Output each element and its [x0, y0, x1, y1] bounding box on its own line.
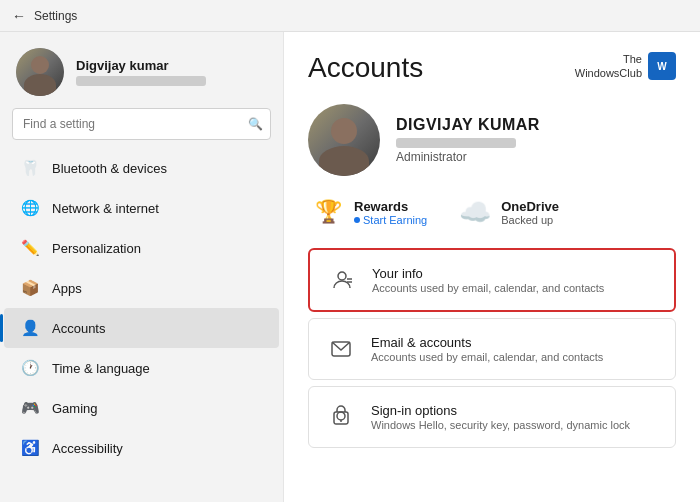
network-icon: 🌐	[20, 198, 40, 218]
your-info-text: Your info Accounts used by email, calend…	[372, 266, 604, 294]
profile-name: Digvijay kumar	[76, 58, 206, 73]
onedrive-name: OneDrive	[501, 199, 559, 214]
search-icon: 🔍	[248, 117, 263, 131]
svg-point-2	[338, 272, 346, 280]
twc-logo-icon: W	[648, 52, 676, 80]
onedrive-status: Backed up	[501, 214, 559, 226]
sidebar-item-accessibility[interactable]: ♿ Accessibility	[4, 428, 279, 468]
service-item-onedrive[interactable]: ☁️ OneDrive Backed up	[459, 196, 559, 228]
your-info-desc: Accounts used by email, calendar, and co…	[372, 282, 604, 294]
settings-item-email-accounts[interactable]: Email & accounts Accounts used by email,…	[308, 318, 676, 380]
accessibility-icon: ♿	[20, 438, 40, 458]
user-role: Administrator	[396, 150, 540, 164]
sidebar-item-label: Apps	[52, 281, 82, 296]
sidebar-item-label: Time & language	[52, 361, 150, 376]
onedrive-icon: ☁️	[459, 196, 491, 228]
user-avatar-large	[308, 104, 380, 176]
window-title: Settings	[34, 9, 77, 23]
email-accounts-desc: Accounts used by email, calendar, and co…	[371, 351, 603, 363]
sign-in-icon	[325, 401, 357, 433]
badge-line1: The	[623, 53, 642, 65]
rewards-icon: 🏆	[312, 196, 344, 228]
svg-point-6	[337, 412, 345, 420]
back-button[interactable]: ←	[12, 8, 26, 24]
gaming-icon: 🎮	[20, 398, 40, 418]
svg-rect-7	[334, 412, 348, 424]
sidebar-item-label: Accessibility	[52, 441, 123, 456]
rewards-status-dot	[354, 217, 360, 223]
sidebar-item-accounts[interactable]: 👤 Accounts	[4, 308, 279, 348]
sign-in-title: Sign-in options	[371, 403, 630, 418]
your-info-title: Your info	[372, 266, 604, 281]
sidebar-item-apps[interactable]: 📦 Apps	[4, 268, 279, 308]
rewards-status: Start Earning	[354, 214, 427, 226]
content-area: Accounts The WindowsClub W DIGVIJAY KUMA…	[284, 32, 700, 502]
accounts-icon: 👤	[20, 318, 40, 338]
sidebar-item-personalization[interactable]: ✏️ Personalization	[4, 228, 279, 268]
personalization-icon: ✏️	[20, 238, 40, 258]
your-info-icon	[326, 264, 358, 296]
services-row: 🏆 Rewards Start Earning ☁️ OneDrive Back…	[308, 196, 676, 228]
sidebar-profile[interactable]: Digvijay kumar	[0, 32, 283, 108]
sidebar: Digvijay kumar 🔍 🦷 Bluetooth & devices 🌐…	[0, 32, 284, 502]
sidebar-item-label: Gaming	[52, 401, 98, 416]
page-title: Accounts	[308, 52, 423, 84]
svg-text:W: W	[657, 61, 667, 72]
onedrive-info: OneDrive Backed up	[501, 199, 559, 226]
sidebar-item-label: Personalization	[52, 241, 141, 256]
sidebar-item-bluetooth[interactable]: 🦷 Bluetooth & devices	[4, 148, 279, 188]
service-item-rewards[interactable]: 🏆 Rewards Start Earning	[312, 196, 427, 228]
user-profile-section: DIGVIJAY KUMAR Administrator	[308, 104, 676, 176]
thewindowsclub-badge: The WindowsClub W	[575, 52, 676, 81]
title-bar: ← Settings	[0, 0, 700, 32]
profile-email-bar	[76, 76, 206, 86]
search-container: 🔍	[12, 108, 271, 140]
apps-icon: 📦	[20, 278, 40, 298]
email-accounts-text: Email & accounts Accounts used by email,…	[371, 335, 603, 363]
sidebar-item-label: Accounts	[52, 321, 105, 336]
content-header: Accounts The WindowsClub W	[308, 52, 676, 84]
bluetooth-icon: 🦷	[20, 158, 40, 178]
sidebar-item-network[interactable]: 🌐 Network & internet	[4, 188, 279, 228]
main-layout: Digvijay kumar 🔍 🦷 Bluetooth & devices 🌐…	[0, 32, 700, 502]
sidebar-item-gaming[interactable]: 🎮 Gaming	[4, 388, 279, 428]
settings-items-list: Your info Accounts used by email, calend…	[308, 248, 676, 448]
time-icon: 🕐	[20, 358, 40, 378]
avatar	[16, 48, 64, 96]
rewards-name: Rewards	[354, 199, 427, 214]
badge-line2: WindowsClub	[575, 67, 642, 79]
sign-in-text: Sign-in options Windows Hello, security …	[371, 403, 630, 431]
profile-info: Digvijay kumar	[76, 58, 206, 86]
sign-in-desc: Windows Hello, security key, password, d…	[371, 419, 630, 431]
avatar-image	[16, 48, 64, 96]
user-info-text: DIGVIJAY KUMAR Administrator	[396, 116, 540, 164]
sidebar-item-time[interactable]: 🕐 Time & language	[4, 348, 279, 388]
settings-item-sign-in[interactable]: Sign-in options Windows Hello, security …	[308, 386, 676, 448]
settings-item-your-info[interactable]: Your info Accounts used by email, calend…	[308, 248, 676, 312]
user-email-bar	[396, 138, 516, 148]
sidebar-item-label: Bluetooth & devices	[52, 161, 167, 176]
rewards-info: Rewards Start Earning	[354, 199, 427, 226]
nav-list: 🦷 Bluetooth & devices 🌐 Network & intern…	[0, 148, 283, 468]
email-accounts-title: Email & accounts	[371, 335, 603, 350]
email-accounts-icon	[325, 333, 357, 365]
sidebar-item-label: Network & internet	[52, 201, 159, 216]
user-name: DIGVIJAY KUMAR	[396, 116, 540, 134]
search-input[interactable]	[12, 108, 271, 140]
